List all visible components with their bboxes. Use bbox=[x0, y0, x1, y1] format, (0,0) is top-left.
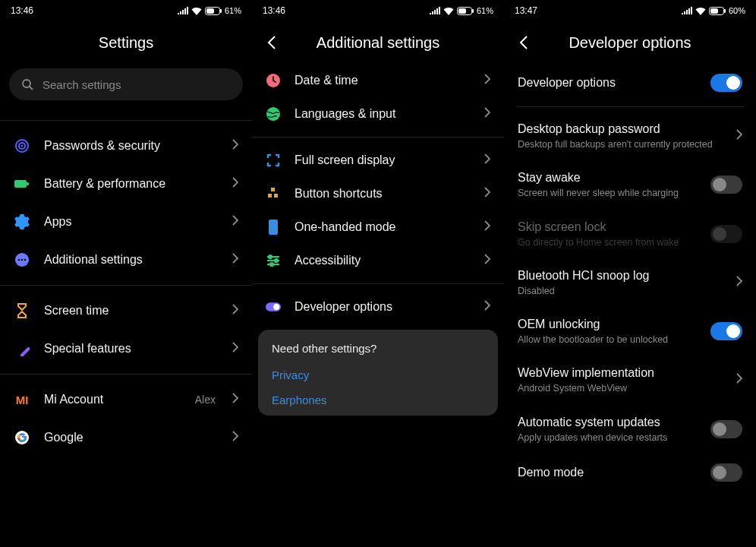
toggle-switch[interactable] bbox=[710, 322, 742, 340]
additional-item-languages[interactable]: Languages & input bbox=[252, 97, 504, 131]
divider bbox=[0, 374, 252, 375]
item-label: Accessibility bbox=[295, 254, 471, 267]
chevron-right-icon bbox=[484, 300, 490, 314]
item-label: Battery & performance bbox=[44, 177, 219, 191]
battery-percent: 60% bbox=[729, 6, 745, 15]
wand-icon bbox=[14, 340, 30, 357]
divider bbox=[0, 285, 252, 286]
status-icons: 61% bbox=[178, 6, 241, 15]
toggle-icon bbox=[266, 299, 281, 315]
item-label: Screen time bbox=[44, 304, 219, 318]
chevron-right-icon bbox=[484, 220, 490, 234]
dots-icon bbox=[14, 251, 30, 268]
chevron-right-icon bbox=[232, 304, 238, 318]
wifi-icon bbox=[695, 7, 706, 15]
chevron-right-icon bbox=[232, 177, 238, 191]
back-button[interactable] bbox=[263, 31, 281, 54]
additional-item-devoptions[interactable]: Developer options bbox=[252, 290, 504, 324]
item-subtitle: Screen will never sleep while charging bbox=[518, 187, 703, 199]
svg-point-25 bbox=[275, 259, 278, 262]
svg-rect-23 bbox=[269, 220, 278, 235]
page-title: Additional settings bbox=[317, 34, 439, 52]
svg-point-10 bbox=[18, 259, 20, 261]
item-subtitle: Disabled bbox=[518, 285, 729, 297]
settings-item-apps[interactable]: Apps bbox=[0, 203, 252, 241]
item-label: Mi Account bbox=[44, 393, 181, 406]
settings-item-passwords[interactable]: Passwords & security bbox=[0, 127, 252, 165]
additional-item-fullscreen[interactable]: Full screen display bbox=[252, 144, 504, 177]
toggle-switch[interactable] bbox=[710, 74, 742, 92]
toggle-switch[interactable] bbox=[710, 463, 742, 482]
back-icon bbox=[267, 36, 276, 49]
additional-item-datetime[interactable]: Date & time bbox=[252, 64, 504, 97]
search-input[interactable] bbox=[43, 78, 231, 91]
status-bar: 13:46 61% bbox=[252, 0, 504, 21]
item-value: Alex bbox=[195, 394, 216, 406]
svg-rect-21 bbox=[268, 194, 272, 198]
chevron-right-icon bbox=[232, 253, 238, 267]
item-label: Special features bbox=[44, 342, 219, 356]
dev-item-autoupd[interactable]: Automatic system updatesApply updates wh… bbox=[504, 405, 756, 454]
other-link-earphones[interactable]: Earphones bbox=[272, 387, 484, 413]
item-label: One-handed mode bbox=[295, 220, 471, 234]
item-subtitle: Allow the bootloader to be unlocked bbox=[518, 334, 703, 346]
target-icon bbox=[14, 138, 30, 154]
item-label: Additional settings bbox=[44, 253, 219, 267]
search-icon bbox=[21, 78, 33, 90]
dev-item-backup[interactable]: Desktop backup passwordDesktop full back… bbox=[504, 112, 756, 160]
corners-icon bbox=[266, 153, 281, 168]
additional-item-shortcuts[interactable]: Button shortcuts bbox=[252, 177, 504, 210]
item-title: OEM unlocking bbox=[518, 317, 703, 332]
back-icon bbox=[519, 36, 528, 49]
chevron-right-icon bbox=[484, 153, 490, 167]
search-box[interactable] bbox=[9, 68, 243, 100]
toggle-switch[interactable] bbox=[710, 420, 742, 438]
developer-options-screen: 13:47 60% Developer options Developer op… bbox=[504, 0, 756, 547]
status-time: 13:47 bbox=[515, 5, 537, 16]
settings-list: Passwords & securityBattery & performanc… bbox=[0, 127, 252, 547]
svg-rect-16 bbox=[472, 9, 474, 13]
svg-point-3 bbox=[23, 80, 30, 87]
dev-item-webview[interactable]: WebView implementationAndroid System Web… bbox=[504, 356, 756, 404]
settings-item-special[interactable]: Special features bbox=[0, 330, 252, 368]
item-title: Demo mode bbox=[518, 465, 703, 480]
svg-rect-8 bbox=[27, 182, 29, 185]
settings-item-battery[interactable]: Battery & performance bbox=[0, 165, 252, 203]
dev-item-oem[interactable]: OEM unlockingAllow the bootloader to be … bbox=[504, 307, 756, 356]
status-time: 13:46 bbox=[263, 5, 285, 16]
status-icons: 61% bbox=[430, 6, 493, 15]
toggle-switch[interactable] bbox=[710, 175, 742, 194]
item-label: Developer options bbox=[295, 300, 471, 314]
svg-point-12 bbox=[24, 259, 27, 261]
item-title: Stay awake bbox=[518, 170, 703, 185]
chevron-right-icon bbox=[232, 393, 238, 406]
settings-item-screentime[interactable]: Screen time bbox=[0, 292, 252, 330]
settings-item-additional[interactable]: Additional settings bbox=[0, 241, 252, 279]
battery-percent: 61% bbox=[225, 6, 241, 15]
dev-item-bthci[interactable]: Bluetooth HCI snoop logDisabled bbox=[504, 258, 756, 307]
settings-item-miaccount[interactable]: MIMi AccountAlex bbox=[0, 381, 252, 419]
additional-item-onehanded[interactable]: One-handed mode bbox=[252, 210, 504, 244]
item-title: Developer options bbox=[518, 75, 703, 90]
toggle-switch[interactable] bbox=[710, 225, 742, 243]
additional-list: Date & timeLanguages & inputFull screen … bbox=[252, 64, 504, 547]
chevron-right-icon bbox=[736, 373, 742, 387]
dev-item-devopt[interactable]: Developer options bbox=[504, 64, 756, 102]
dev-item-stayawake[interactable]: Stay awakeScreen will never sleep while … bbox=[504, 160, 756, 209]
item-subtitle: Desktop full backups aren't currently pr… bbox=[518, 138, 729, 150]
divider bbox=[516, 106, 744, 107]
settings-item-google[interactable]: Google bbox=[0, 419, 252, 457]
dev-item-demo[interactable]: Demo mode bbox=[504, 454, 756, 492]
back-button[interactable] bbox=[515, 31, 533, 54]
svg-rect-13 bbox=[20, 346, 30, 356]
svg-point-26 bbox=[270, 263, 273, 266]
phone-icon bbox=[266, 220, 281, 235]
gear-icon bbox=[14, 213, 30, 230]
svg-rect-17 bbox=[458, 8, 466, 14]
item-label: Apps bbox=[44, 215, 219, 229]
sliders-icon bbox=[266, 253, 281, 268]
divider bbox=[252, 283, 504, 284]
other-link-privacy[interactable]: Privacy bbox=[272, 362, 484, 387]
additional-item-accessibility[interactable]: Accessibility bbox=[252, 244, 504, 277]
battery-icon bbox=[457, 7, 474, 15]
